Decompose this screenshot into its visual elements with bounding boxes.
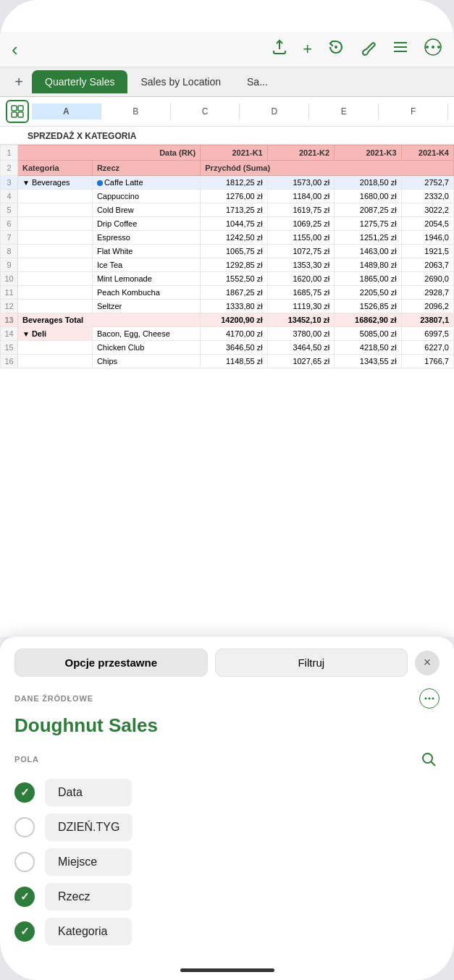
field-label-data: Data xyxy=(45,779,132,806)
home-bar xyxy=(180,968,274,972)
header-rzecz: Rzecz xyxy=(92,161,200,176)
tab-sales-by-location[interactable]: Sales by Location xyxy=(127,70,234,93)
pivot-icon[interactable] xyxy=(6,100,29,123)
table-row[interactable]: 15 Chicken Club 3646,50 zł 3464,50 zł 42… xyxy=(1,341,454,355)
svg-line-16 xyxy=(432,762,436,766)
table-row[interactable]: 12 Seltzer 1333,80 zł 1119,30 zł 1526,85… xyxy=(1,300,454,313)
svg-rect-8 xyxy=(12,106,17,111)
table-row[interactable]: 10 Mint Lemonade 1552,50 zł 1620,00 zł 1… xyxy=(1,272,454,286)
table-row[interactable]: 11 Peach Kombucha 1867,25 zł 1685,75 zł … xyxy=(1,286,454,300)
toolbar-icons: + xyxy=(271,38,442,61)
header-row-2: 2 Kategoria Rzecz Przychód (Suma) xyxy=(1,161,454,176)
table-row[interactable]: 3 ▼Beverages Caffe Latte 1812,25 zł 1573… xyxy=(1,176,454,190)
table-row[interactable]: 9 Ice Tea 1292,85 zł 1353,30 zł 1489,80 … xyxy=(1,258,454,272)
header-przychod: Przychód (Suma) xyxy=(201,161,454,176)
table-row-total[interactable]: 13 Beverages Total 14200,90 zł 13452,10 … xyxy=(1,313,454,327)
undo-icon[interactable] xyxy=(327,38,345,61)
table-row[interactable]: 6 Drip Coffee 1044,75 zł 1069,25 zł 1275… xyxy=(1,217,454,231)
phone-frame: ‹ + xyxy=(0,0,454,980)
col-header-b[interactable]: B xyxy=(101,104,171,119)
svg-point-6 xyxy=(437,46,440,48)
svg-point-4 xyxy=(426,46,429,48)
source-name: Doughnut Sales xyxy=(14,714,440,737)
table-row[interactable]: 8 Flat White 1065,75 zł 1072,75 zł 1463,… xyxy=(1,245,454,258)
toolbar: ‹ + xyxy=(0,32,454,67)
svg-rect-11 xyxy=(18,112,23,117)
add-icon[interactable]: + xyxy=(303,40,312,59)
table-row[interactable]: 14 ▼Deli Bacon, Egg, Cheese 4170,00 zł 3… xyxy=(1,327,454,341)
col-header-e[interactable]: E xyxy=(309,104,379,119)
home-indicator xyxy=(14,960,440,980)
data-table: 1 Data (RK) 2021-K1 2021-K2 2021-K3 2021… xyxy=(0,145,454,368)
tab-quarterly-sales[interactable]: Quarterly Sales xyxy=(32,70,127,93)
tab-filtruj[interactable]: Filtruj xyxy=(215,649,408,677)
tab-more[interactable]: Sa... xyxy=(234,70,281,93)
source-section-label: DANE ŹRÓDŁOWE xyxy=(14,688,440,709)
header-2021-k4: 2021-K4 xyxy=(401,145,453,161)
sheet-controls: A B C D E F xyxy=(0,97,454,127)
checkbox-dzien-tyg[interactable] xyxy=(14,817,35,837)
field-item-miejsce[interactable]: Miejsce xyxy=(14,848,440,876)
svg-point-14 xyxy=(432,698,434,700)
table-container: 1 Data (RK) 2021-K1 2021-K2 2021-K3 2021… xyxy=(0,145,454,637)
close-panel-button[interactable]: × xyxy=(415,651,440,675)
back-button[interactable]: ‹ xyxy=(12,38,18,61)
fields-section: POLA xyxy=(14,748,440,770)
col-header-d[interactable]: D xyxy=(240,104,309,119)
col-header-c[interactable]: C xyxy=(171,104,240,119)
header-2021-k2: 2021-K2 xyxy=(267,145,334,161)
brush-icon[interactable] xyxy=(360,38,377,60)
field-list: Data DZIEŃ.TYG Miejsce Rzecz Kategoria xyxy=(14,779,440,960)
field-label-kategoria: Kategoria xyxy=(45,918,132,945)
tab-add-button[interactable]: + xyxy=(6,67,32,96)
spreadsheet-title: SPRZEDAŻ X KATEGORIA xyxy=(0,127,454,145)
header-row-1: 1 Data (RK) 2021-K1 2021-K2 2021-K3 2021… xyxy=(1,145,454,161)
source-dots-button[interactable] xyxy=(419,688,440,709)
col-header-f[interactable]: F xyxy=(379,104,448,119)
field-label-rzecz: Rzecz xyxy=(45,883,132,911)
more-icon[interactable] xyxy=(424,38,442,61)
status-bar xyxy=(0,0,454,32)
fields-search-button[interactable] xyxy=(418,748,440,770)
spreadsheet-area: A B C D E F SPRZEDAŻ X KATEGORIA 1 Data … xyxy=(0,97,454,637)
bottom-panel-tabs: Opcje przestawne Filtruj × xyxy=(14,649,440,677)
row-num-header: 1 xyxy=(1,145,18,161)
share-icon[interactable] xyxy=(271,38,288,60)
svg-point-12 xyxy=(425,698,427,700)
tab-opcje-przestawne[interactable]: Opcje przestawne xyxy=(14,649,208,677)
svg-rect-9 xyxy=(18,106,23,111)
header-2021-k1: 2021-K1 xyxy=(201,145,267,161)
header-2021-k3: 2021-K3 xyxy=(335,145,401,161)
header-data-rk: Data (RK) xyxy=(18,145,201,161)
col-header-a[interactable]: A xyxy=(32,104,101,119)
svg-point-15 xyxy=(423,753,432,763)
header-kategoria: Kategoria xyxy=(18,161,93,176)
field-item-kategoria[interactable]: Kategoria xyxy=(14,918,440,945)
format-icon[interactable] xyxy=(392,38,409,60)
svg-point-0 xyxy=(335,46,337,48)
bottom-panel: Opcje przestawne Filtruj × DANE ŹRÓDŁOWE… xyxy=(0,637,454,980)
tabs-bar: + Quarterly Sales Sales by Location Sa..… xyxy=(0,67,454,97)
svg-point-5 xyxy=(432,46,434,48)
col-headers: A B C D E F xyxy=(32,104,448,119)
field-item-rzecz[interactable]: Rzecz xyxy=(14,883,440,911)
svg-point-13 xyxy=(429,698,431,700)
table-row[interactable]: 16 Chips 1148,55 zł 1027,65 zł 1343,55 z… xyxy=(1,355,454,368)
table-row[interactable]: 5 Cold Brew 1713,25 zł 1619,75 zł 2087,2… xyxy=(1,203,454,217)
svg-rect-10 xyxy=(12,112,17,117)
checkbox-data[interactable] xyxy=(14,782,35,803)
checkbox-rzecz[interactable] xyxy=(14,887,35,907)
field-item-data[interactable]: Data xyxy=(14,779,440,806)
checkbox-miejsce[interactable] xyxy=(14,852,35,872)
table-row[interactable]: 7 Espresso 1242,50 zł 1155,00 zł 1251,25… xyxy=(1,231,454,245)
field-label-miejsce: Miejsce xyxy=(45,848,132,876)
field-item-dzien-tyg[interactable]: DZIEŃ.TYG xyxy=(14,814,440,841)
checkbox-kategoria[interactable] xyxy=(14,921,35,942)
field-label-dzien-tyg: DZIEŃ.TYG xyxy=(45,814,133,841)
table-row[interactable]: 4 Cappuccino 1276,00 zł 1184,00 zł 1680,… xyxy=(1,190,454,203)
row-num-2: 2 xyxy=(1,161,18,176)
